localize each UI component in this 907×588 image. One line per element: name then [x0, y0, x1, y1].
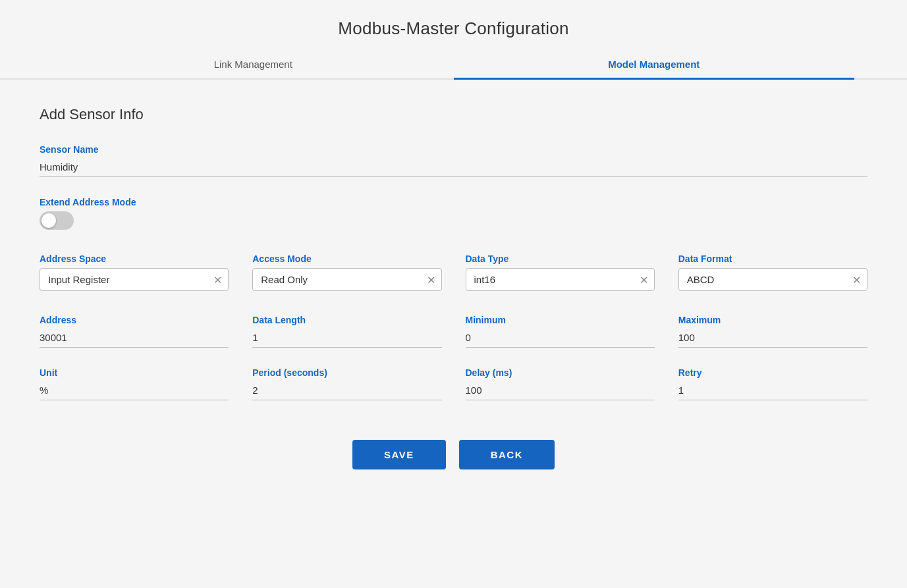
tabs-bar: Link Management Model Management [0, 51, 907, 80]
unit-group: Unit [40, 367, 229, 400]
tab-link-management[interactable]: Link Management [53, 51, 454, 80]
period-label: Period (seconds) [252, 367, 441, 378]
address-group: Address [40, 315, 229, 348]
extend-address-mode-toggle[interactable] [40, 211, 74, 230]
extend-address-mode-label: Extend Address Mode [40, 197, 867, 207]
unit-input[interactable] [40, 382, 229, 400]
address-space-label: Address Space [40, 254, 229, 264]
maximum-input[interactable] [678, 329, 867, 348]
data-format-label: Data Format [678, 254, 867, 264]
retry-group: Retry [678, 367, 867, 400]
main-content: Add Sensor Info Sensor Name Extend Addre… [0, 80, 907, 588]
unit-label: Unit [40, 367, 229, 378]
data-length-group: Data Length [252, 315, 441, 348]
retry-label: Retry [678, 367, 867, 378]
tab-model-management[interactable]: Model Management [454, 51, 855, 80]
access-mode-label: Access Mode [252, 254, 441, 264]
sensor-name-group: Sensor Name [40, 144, 867, 177]
row-unit-fields: Unit Period (seconds) Delay (ms) Retry [40, 367, 867, 400]
address-space-select[interactable]: Input Register Coil Discrete Input Holdi… [40, 268, 229, 291]
data-length-label: Data Length [252, 315, 441, 325]
maximum-label: Maximum [678, 315, 867, 325]
minimum-label: Minimum [466, 315, 655, 325]
data-type-select[interactable]: int16 int32 uint16 uint32 float32 float6… [466, 268, 655, 291]
minimum-group: Minimum [466, 315, 655, 348]
section-title: Add Sensor Info [40, 106, 867, 123]
row-dropdowns: Address Space Input Register Coil Discre… [40, 254, 867, 291]
extend-address-mode-group: Extend Address Mode [40, 197, 867, 232]
data-format-group: Data Format ABCD DCBA BADC CDAB ✕ [678, 254, 867, 291]
delay-group: Delay (ms) [466, 367, 655, 400]
data-length-input[interactable] [252, 329, 441, 348]
address-space-wrapper: Input Register Coil Discrete Input Holdi… [40, 268, 229, 291]
delay-label: Delay (ms) [466, 367, 655, 378]
data-type-group: Data Type int16 int32 uint16 uint32 floa… [466, 254, 655, 291]
sensor-name-label: Sensor Name [40, 144, 867, 155]
access-mode-wrapper: Read Only Read/Write ✕ [252, 268, 441, 291]
sensor-name-input[interactable] [40, 159, 867, 177]
minimum-input[interactable] [466, 329, 655, 348]
access-mode-select[interactable]: Read Only Read/Write [252, 268, 441, 291]
back-button[interactable]: BACK [459, 440, 555, 469]
maximum-group: Maximum [678, 315, 867, 348]
delay-input[interactable] [466, 382, 655, 400]
toggle-thumb [41, 213, 56, 228]
save-button[interactable]: SAVE [352, 440, 446, 469]
data-format-select[interactable]: ABCD DCBA BADC CDAB [678, 268, 867, 291]
address-input[interactable] [40, 329, 229, 348]
page-title: Modbus-Master Configuration [0, 0, 907, 39]
address-label: Address [40, 315, 229, 325]
data-format-wrapper: ABCD DCBA BADC CDAB ✕ [678, 268, 867, 291]
row-address-fields: Address Data Length Minimum Maximum [40, 315, 867, 348]
address-space-group: Address Space Input Register Coil Discre… [40, 254, 229, 291]
period-input[interactable] [252, 382, 441, 400]
period-group: Period (seconds) [252, 367, 441, 400]
data-type-wrapper: int16 int32 uint16 uint32 float32 float6… [466, 268, 655, 291]
access-mode-group: Access Mode Read Only Read/Write ✕ [252, 254, 441, 291]
buttons-row: SAVE BACK [40, 440, 867, 469]
retry-input[interactable] [678, 382, 867, 400]
data-type-label: Data Type [466, 254, 655, 264]
